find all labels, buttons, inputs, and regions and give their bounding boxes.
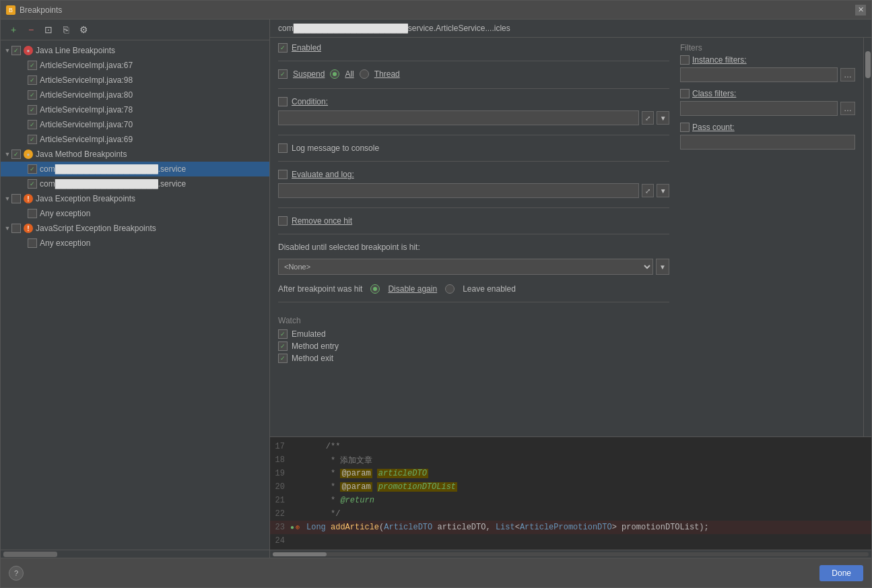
code-scroll-bar <box>270 550 871 558</box>
thread-label: Thread <box>374 69 400 79</box>
class-filters-input-row: … <box>680 101 855 116</box>
js-exception-item-1-label: Any exception <box>40 238 90 248</box>
left-panel: + − ⊡ ⎘ ⚙ ▼ ● Java Line Breakpoints Arti… <box>1 20 270 558</box>
export-button[interactable]: ⎘ <box>59 22 73 37</box>
evaluate-dropdown-button[interactable]: ▼ <box>657 184 669 197</box>
disabled-until-label: Disabled until selected breakpoint is hi… <box>278 242 420 252</box>
help-button[interactable]: ? <box>9 566 24 581</box>
right-header-text: com████████████████████service.ArticleSe… <box>278 24 510 33</box>
exception-item-1-checkbox[interactable] <box>28 209 37 218</box>
pass-count-checkbox[interactable] <box>680 123 690 132</box>
method-item-1[interactable]: com██████████████████.service <box>1 162 269 176</box>
tree-item-3[interactable]: ArticleServiceImpl.java:80 <box>1 88 269 102</box>
condition-expand-button[interactable]: ⤢ <box>642 111 655 125</box>
code-line-23: 23 ● ⊕ Long addArticle(ArticleDTO articl… <box>270 521 871 534</box>
tree-item-1[interactable]: ArticleServiceImpl.java:67 <box>1 58 269 73</box>
watch-section: Watch Emulated Method entry <box>278 316 669 363</box>
js-exception-group-header[interactable]: ▼ ! JavaScript Exception Breakpoints <box>1 221 269 236</box>
settings-button[interactable]: ⚙ <box>76 22 91 37</box>
suspend-checkbox[interactable] <box>278 69 288 79</box>
evaluate-input[interactable] <box>278 183 639 198</box>
java-exception-group-header[interactable]: ▼ ! Java Exception Breakpoints <box>1 191 269 206</box>
tree-item-4[interactable]: ArticleServiceImpl.java:78 <box>1 102 269 117</box>
pass-count-label: Pass count: <box>692 123 735 132</box>
class-filters-input[interactable] <box>680 101 838 116</box>
java-line-group-checkbox[interactable] <box>11 46 21 55</box>
method-item-1-checkbox[interactable] <box>28 164 37 174</box>
add-breakpoint-button[interactable]: + <box>6 22 21 37</box>
watch-title: Watch <box>278 316 669 325</box>
item-3-checkbox[interactable] <box>28 90 37 100</box>
remove-breakpoint-button[interactable]: − <box>24 22 38 37</box>
condition-checkbox[interactable] <box>278 97 288 106</box>
item-2-checkbox[interactable] <box>28 75 37 85</box>
evaluate-row: Evaluate and log: <box>278 170 669 179</box>
condition-input[interactable] <box>278 110 639 125</box>
code-content: 17 /** 18 * 添加文章 19 * @param articleDTO <box>270 437 871 550</box>
pass-count-input[interactable] <box>680 135 855 150</box>
instance-filters-input[interactable] <box>680 67 838 82</box>
enabled-row: Enabled <box>278 43 669 53</box>
leave-enabled-label: Leave enabled <box>463 284 516 294</box>
line-num-19: 19 <box>270 469 290 478</box>
main-settings: Enabled Suspend All Thread <box>278 43 669 431</box>
tree-item-2[interactable]: ArticleServiceImpl.java:98 <box>1 73 269 88</box>
log-message-checkbox[interactable] <box>278 143 288 153</box>
method-entry-checkbox[interactable] <box>278 341 288 351</box>
all-label: All <box>345 69 354 79</box>
js-exception-group-checkbox[interactable] <box>11 224 21 233</box>
all-radio[interactable] <box>330 69 339 79</box>
pass-count-input-row <box>680 135 855 150</box>
class-filters-dots-button[interactable]: … <box>840 102 855 115</box>
none-dropdown[interactable]: <None> <box>278 259 653 275</box>
code-line-21: 21 * @return <box>270 494 871 507</box>
item-1-checkbox[interactable] <box>28 61 37 70</box>
method-item-2-checkbox[interactable] <box>28 179 37 189</box>
js-exception-item-1[interactable]: Any exception <box>1 236 269 251</box>
instance-filters-group: Instance filters: … <box>680 55 855 82</box>
method-exit-checkbox[interactable] <box>278 354 288 363</box>
java-method-group-header[interactable]: ▼ ● Java Method Breakpoints <box>1 147 269 162</box>
item-6-checkbox[interactable] <box>28 135 37 144</box>
exception-item-1[interactable]: Any exception <box>1 206 269 221</box>
disable-again-radio[interactable] <box>370 284 380 294</box>
expand-js-exception-icon: ▼ <box>3 224 11 232</box>
filters-title: Filters <box>680 43 855 53</box>
filters-panel: Filters Instance filters: <box>680 43 855 431</box>
enabled-checkbox[interactable] <box>278 43 288 53</box>
method-item-2[interactable]: com██████████████████.service <box>1 176 269 191</box>
line-code-19: * @param articleDTO <box>306 469 871 478</box>
disabled-until-section: Disabled until selected breakpoint is hi… <box>278 242 669 252</box>
item-4-checkbox[interactable] <box>28 105 37 115</box>
done-button[interactable]: Done <box>819 565 863 581</box>
line-num-24: 24 <box>270 536 290 546</box>
tree-item-6[interactable]: ArticleServiceImpl.java:69 <box>1 132 269 147</box>
leave-enabled-radio[interactable] <box>445 284 455 294</box>
left-scroll-thumb[interactable] <box>3 552 57 557</box>
condition-dropdown-button[interactable]: ▼ <box>657 111 669 125</box>
js-exception-item-1-checkbox[interactable] <box>28 238 37 248</box>
right-scroll-thumb[interactable] <box>865 51 871 78</box>
line-code-21: * @return <box>306 496 871 505</box>
class-filters-checkbox[interactable] <box>680 89 690 98</box>
dropdown-arrow-icon[interactable]: ▼ <box>656 259 669 275</box>
line-icons-23: ● ⊕ <box>290 523 306 531</box>
java-line-group-header[interactable]: ▼ ● Java Line Breakpoints <box>1 43 269 58</box>
right-scrollbar[interactable] <box>863 38 871 436</box>
java-method-group-checkbox[interactable] <box>11 150 21 159</box>
tree-item-5[interactable]: ArticleServiceImpl.java:70 <box>1 117 269 132</box>
remove-once-checkbox[interactable] <box>278 216 288 226</box>
instance-filters-checkbox[interactable] <box>680 55 690 65</box>
thread-radio[interactable] <box>360 69 369 79</box>
code-scroll-thumb[interactable] <box>273 552 327 556</box>
item-4-label: ArticleServiceImpl.java:78 <box>40 105 133 115</box>
window-icon: B <box>6 5 15 15</box>
close-button[interactable]: ✕ <box>855 5 866 15</box>
evaluate-checkbox[interactable] <box>278 170 288 179</box>
evaluate-expand-button[interactable]: ⤢ <box>642 184 655 197</box>
instance-filters-dots-button[interactable]: … <box>840 68 855 81</box>
item-5-checkbox[interactable] <box>28 120 37 129</box>
java-exception-group-checkbox[interactable] <box>11 194 21 203</box>
group-button[interactable]: ⊡ <box>41 22 56 37</box>
emulated-checkbox[interactable] <box>278 329 288 339</box>
